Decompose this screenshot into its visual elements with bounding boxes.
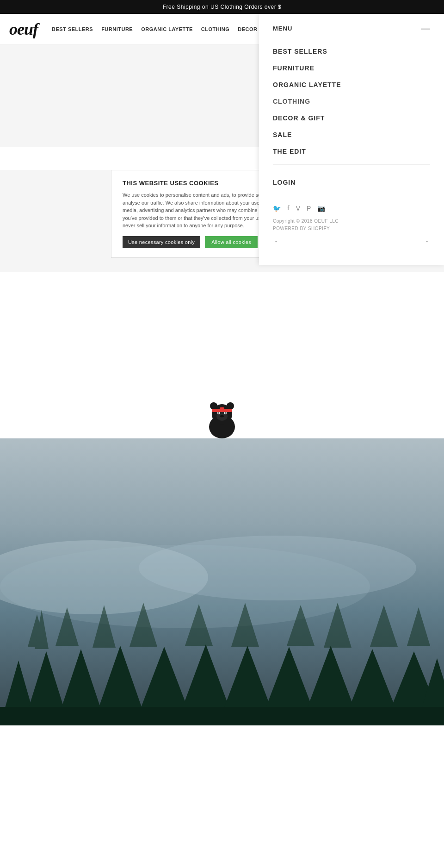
svg-point-15 — [0, 545, 370, 628]
svg-rect-39 — [0, 707, 444, 725]
svg-point-8 — [225, 412, 226, 413]
site-logo[interactable]: oeuf — [9, 19, 38, 39]
nav-organic-layette[interactable]: ORGANIC LAYETTE — [141, 26, 193, 32]
copyright: Copyright © 2018 OEUF LLC POWERED BY SHO… — [273, 218, 430, 232]
banner-text: Free Shipping on US Clothing Orders over… — [163, 4, 281, 10]
use-necessary-cookies-button[interactable]: Use necessary cookies only — [123, 236, 200, 248]
overlay-sale[interactable]: SALE — [273, 126, 430, 143]
bear-area — [0, 383, 444, 438]
facebook-icon[interactable]: f — [287, 205, 290, 212]
overlay-nav: BEST SELLERS FURNITURE ORGANIC LAYETTE C… — [273, 43, 430, 191]
corner-mark-right: ▪ — [426, 239, 428, 244]
bottom-white-space — [0, 725, 444, 846]
overlay-furniture[interactable]: FURNITURE — [273, 60, 430, 76]
main-header: oeuf BEST SELLERS FURNITURE ORGANIC LAYE… — [0, 14, 444, 45]
overlay-menu: MENU — BEST SELLERS FURNITURE ORGANIC LA… — [259, 14, 444, 265]
copyright-line1: Copyright © 2018 OEUF LLC — [273, 218, 430, 225]
forest-area — [0, 438, 444, 725]
instagram-icon[interactable]: 📷 — [317, 205, 325, 212]
overlay-login[interactable]: LOGIN — [273, 174, 430, 191]
white-spacer — [0, 272, 444, 383]
svg-rect-11 — [220, 407, 224, 410]
overlay-the-edit[interactable]: THE EDIT — [273, 143, 430, 160]
pinterest-icon[interactable]: P — [307, 205, 311, 212]
close-menu-button[interactable]: — — [421, 23, 430, 34]
overlay-header: MENU — — [273, 23, 430, 34]
top-banner: Free Shipping on US Clothing Orders over… — [0, 0, 444, 14]
vimeo-icon[interactable]: V — [296, 205, 300, 212]
corner-mark-left: ▪ — [275, 239, 277, 244]
social-icons-container: 🐦 f V P 📷 — [273, 205, 430, 212]
allow-all-cookies-button[interactable]: Allow all cookies — [205, 236, 258, 248]
nav-clothing[interactable]: CLOTHING — [201, 26, 229, 32]
nav-best-sellers[interactable]: BEST SELLERS — [52, 26, 93, 32]
nav-furniture[interactable]: FURNITURE — [101, 26, 133, 32]
overlay-best-sellers[interactable]: BEST SELLERS — [273, 43, 430, 60]
overlay-divider — [273, 164, 430, 165]
menu-label: MENU — [273, 25, 292, 32]
overlay-organic-layette[interactable]: ORGANIC LAYETTE — [273, 76, 430, 93]
bear-mascot — [204, 397, 240, 438]
svg-point-9 — [220, 415, 224, 417]
twitter-icon[interactable]: 🐦 — [273, 205, 281, 212]
overlay-decor-gift[interactable]: DECOR & GIFT — [273, 110, 430, 126]
copyright-line2: POWERED BY SHOPIFY — [273, 225, 430, 232]
svg-point-3 — [227, 402, 234, 410]
svg-point-7 — [218, 412, 220, 413]
svg-point-2 — [210, 402, 217, 410]
overlay-clothing[interactable]: CLOTHING — [273, 93, 430, 110]
